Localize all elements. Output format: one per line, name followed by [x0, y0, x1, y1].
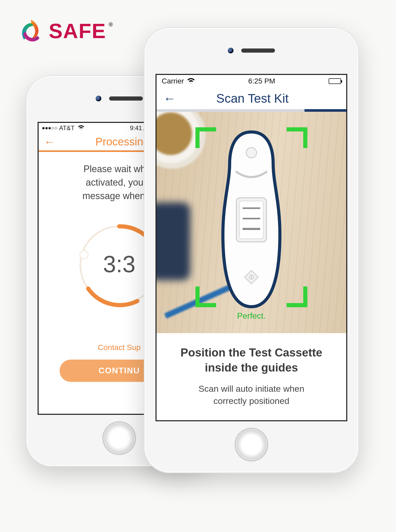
nav-bar: ← Scan Test Kit: [157, 87, 346, 109]
instruction-title: Position the Test Cassette inside the gu…: [167, 345, 336, 375]
safe-logo: SAFE: [18, 18, 106, 44]
home-button[interactable]: [235, 428, 268, 461]
camera-viewport: Perfect.: [157, 112, 346, 333]
instruction-subtitle: Scan will auto initiate when correctly p…: [167, 383, 336, 407]
scan-status-label: Perfect.: [157, 311, 346, 321]
home-button[interactable]: [102, 421, 136, 455]
battery-icon: [329, 78, 341, 84]
phone-mock-scan: Carrier 6:25 PM ← Scan Test Kit: [144, 27, 359, 473]
timer-value: 3:3: [103, 251, 135, 278]
signal-dots-icon: [42, 127, 57, 129]
carrier-label: Carrier: [162, 77, 184, 85]
safe-logo-text: SAFE: [49, 19, 106, 43]
svg-rect-4: [239, 201, 263, 239]
status-bar: Carrier 6:25 PM: [157, 75, 346, 87]
instruction-panel: Position the Test Cassette inside the gu…: [157, 333, 346, 420]
svg-point-1: [80, 251, 88, 259]
nav-title: Scan Test Kit: [165, 91, 340, 106]
wifi-icon: [78, 124, 84, 132]
clock-label: 6:25 PM: [195, 77, 329, 85]
carrier-label: AT&T: [59, 124, 75, 132]
wifi-icon: [187, 77, 195, 85]
test-cassette-icon: [213, 130, 290, 309]
safe-logo-icon: [18, 18, 44, 44]
svg-point-2: [246, 148, 257, 158]
progress-bar: [157, 109, 346, 112]
